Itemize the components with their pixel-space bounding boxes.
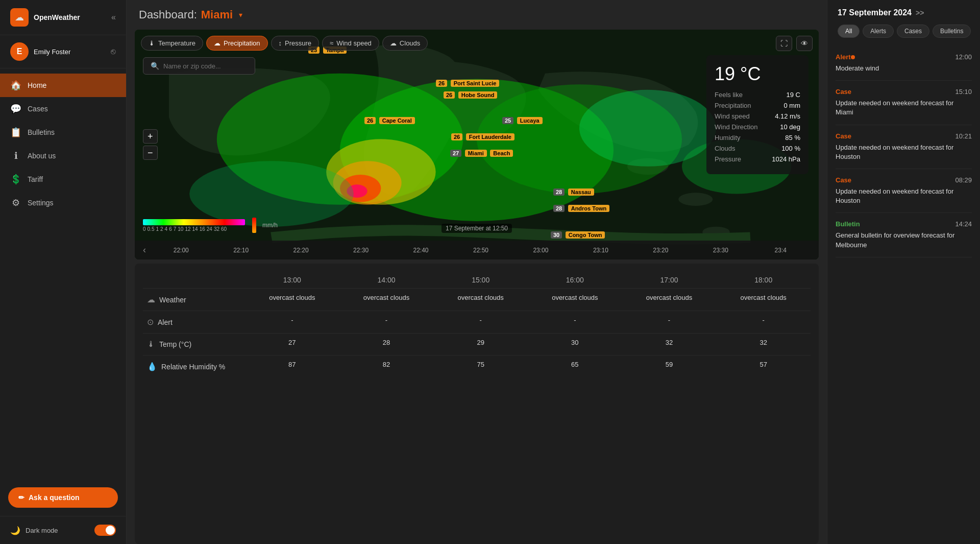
list-item[interactable]: Case 15:10 Update needed on weekend fore…	[836, 81, 972, 125]
zoom-out-button[interactable]: −	[143, 146, 158, 160]
stat-feels-like: Feels like 19 C	[715, 91, 800, 99]
item-header: Case 15:10	[836, 88, 972, 96]
timeline-time-7[interactable]: 23:10	[571, 247, 630, 254]
settings-icon: ⚙	[10, 197, 21, 208]
map-tabs: 🌡 Temperature ☁ Precipitation ↕ Pressure…	[141, 36, 428, 51]
clouds-icon: ☁	[390, 39, 397, 47]
city-dropdown-arrow[interactable]: ▾	[239, 11, 242, 19]
list-item[interactable]: Alert 12:00 Moderate wind	[836, 46, 972, 81]
table-header-15: 15:00	[433, 272, 528, 288]
tab-temperature[interactable]: 🌡 Temperature	[141, 36, 203, 51]
temp-cell-13: 27	[245, 333, 339, 355]
filter-cases[interactable]: Cases	[897, 25, 929, 38]
sidebar-item-settings[interactable]: ⚙ Settings	[0, 191, 126, 215]
panel-nav-button[interactable]: >>	[916, 9, 924, 17]
toggle-knob	[106, 526, 115, 535]
filter-bulletins[interactable]: Bulletins	[933, 25, 971, 38]
moon-icon: 🌙	[10, 526, 20, 535]
sidebar-item-home[interactable]: 🏠 Home	[0, 74, 126, 97]
filter-all[interactable]: All	[838, 25, 860, 38]
item-time: 08:29	[955, 176, 972, 184]
svg-point-2	[678, 193, 713, 206]
item-type-alert: Alert	[836, 53, 851, 61]
humidity-cell-16: 65	[528, 355, 622, 377]
tab-precipitation[interactable]: ☁ Precipitation	[206, 36, 268, 51]
sidebar-header: ☁ OpenWeather «	[0, 0, 126, 35]
legend-color-bar	[143, 219, 245, 225]
stat-humidity: Humidity 85 %	[715, 134, 800, 141]
legend-unit: mm/h	[262, 222, 278, 229]
timeline-time-10[interactable]: 23:4	[751, 247, 811, 254]
tab-clouds[interactable]: ☁ Clouds	[382, 36, 428, 51]
weather-cell-15: overcast clouds	[433, 288, 528, 311]
map-search-bar: 🔍	[143, 57, 255, 75]
collapse-button[interactable]: «	[111, 13, 116, 22]
weather-cell-14: overcast clouds	[339, 288, 434, 311]
item-header: Alert 12:00	[836, 53, 972, 61]
fullscreen-button[interactable]: ⛶	[776, 36, 792, 51]
timeline-time-8[interactable]: 23:20	[631, 247, 691, 254]
item-time: 15:10	[955, 88, 972, 96]
item-type-case: Case	[836, 88, 851, 96]
item-header: Case 10:21	[836, 132, 972, 140]
data-table: 13:00 14:00 15:00 16:00 17:00 18:00 ☁ We…	[143, 272, 811, 377]
tab-wind-speed[interactable]: ≈ Wind speed	[322, 36, 379, 51]
item-text: Update needed on weekend forecast for Mi…	[836, 99, 972, 117]
list-item[interactable]: Case 10:21 Update needed on weekend fore…	[836, 125, 972, 169]
dark-mode-switch[interactable]	[94, 525, 116, 536]
list-item[interactable]: Bulletin 14:24 General bulletin for over…	[836, 213, 972, 257]
timeline-time-1[interactable]: 22:10	[211, 247, 271, 254]
row-label-temp: 🌡 Temp (°C)	[143, 333, 245, 355]
city-label-nassau: 28 Nassau	[553, 187, 594, 196]
timeline-prev-button[interactable]: ‹	[143, 245, 146, 255]
timeline-time-3[interactable]: 22:30	[331, 247, 390, 254]
map-controls-top: ⛶ 👁	[776, 36, 813, 51]
svg-point-12	[189, 161, 354, 227]
timeline-time-5[interactable]: 22:50	[451, 247, 510, 254]
search-icon: 🔍	[151, 62, 159, 70]
sidebar-item-tariff[interactable]: 💲 Tariff	[0, 168, 126, 191]
sidebar-item-label: Settings	[28, 199, 54, 207]
table-header-empty	[143, 272, 245, 288]
ask-question-button[interactable]: ✏ Ask a question	[8, 487, 118, 508]
info-icon: ℹ	[10, 150, 21, 161]
alert-cell-13: -	[245, 311, 339, 333]
avatar: E	[10, 42, 29, 61]
city-name[interactable]: Miami	[201, 8, 233, 21]
timeline-time-6[interactable]: 23:00	[511, 247, 571, 254]
sidebar-item-about[interactable]: ℹ About us	[0, 144, 126, 168]
timeline-time-0[interactable]: 22:00	[151, 247, 211, 254]
tariff-icon: 💲	[10, 174, 21, 185]
item-text: Moderate wind	[836, 64, 972, 73]
alert-cell-18: -	[716, 311, 811, 333]
timeline-time-9[interactable]: 23:30	[691, 247, 750, 254]
panel-items-list: Alert 12:00 Moderate wind Case 15:10 Upd…	[827, 46, 980, 544]
table-header-16: 16:00	[528, 272, 622, 288]
eye-button[interactable]: 👁	[796, 36, 813, 51]
home-icon: 🏠	[10, 80, 21, 91]
pressure-icon: ↕	[279, 39, 282, 47]
thermometer-row-icon: 🌡	[147, 340, 155, 349]
filter-row: All Alerts Cases Bulletins	[838, 25, 970, 38]
sidebar-item-bulletins[interactable]: 📋 Bulletins	[0, 121, 126, 144]
logout-icon[interactable]: ⎋	[111, 47, 116, 56]
alert-cell-16: -	[528, 311, 622, 333]
filter-alerts[interactable]: Alerts	[863, 25, 894, 38]
weather-cell-17: overcast clouds	[622, 288, 717, 311]
row-label-alert: ⊙ Alert	[143, 311, 245, 333]
timeline-time-2[interactable]: 22:20	[271, 247, 331, 254]
user-area: E Emily Foster ⎋	[0, 35, 126, 68]
list-item[interactable]: Case 08:29 Update needed on weekend fore…	[836, 169, 972, 213]
legend-labels: 00.51246710121416243260	[143, 219, 245, 232]
city-label-congo-town: 30 Congo Town	[551, 230, 605, 239]
item-time: 10:21	[955, 132, 972, 140]
search-input[interactable]	[163, 62, 248, 70]
bulletins-icon: 📋	[10, 127, 21, 138]
data-table-section: 13:00 14:00 15:00 16:00 17:00 18:00 ☁ We…	[135, 264, 819, 544]
user-info: E Emily Foster	[10, 42, 70, 61]
zoom-in-button[interactable]: +	[143, 129, 158, 144]
timeline-time-4[interactable]: 22:40	[391, 247, 451, 254]
sidebar-item-cases[interactable]: 💬 Cases	[0, 97, 126, 121]
tab-pressure[interactable]: ↕ Pressure	[271, 36, 320, 51]
legend-scale: 00.51246710121416243260	[143, 226, 245, 232]
